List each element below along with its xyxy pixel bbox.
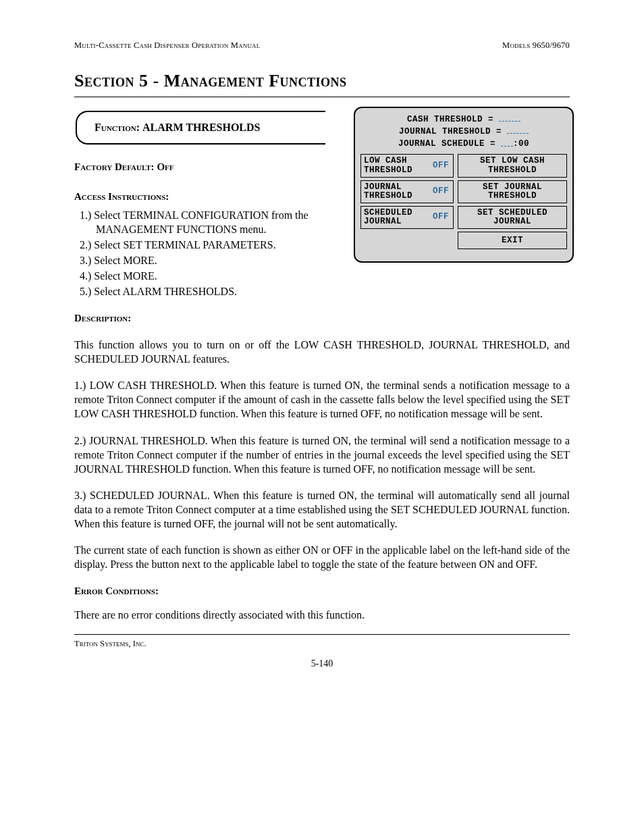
access-step: 2.) Select SET TERMINAL PARAMETERS.	[80, 238, 350, 252]
access-instructions-list: 1.) Select TERMINAL CONFIGURATION from t…	[74, 208, 350, 299]
exit-button[interactable]: EXIT	[458, 232, 567, 249]
screen-header-line-1: CASH THRESHOLD =	[360, 113, 567, 126]
set-low-cash-threshold-button[interactable]: SET LOW CASHTHRESHOLD	[458, 154, 567, 177]
description-paragraph: This function allows you to turn on or o…	[74, 338, 570, 366]
function-box: Function: ALARM THRESHOLDS	[76, 111, 325, 145]
toggle-state: OFF	[433, 161, 450, 170]
low-cash-threshold-toggle[interactable]: LOW CASHTHRESHOLD OFF	[360, 154, 454, 177]
function-label: Function: ALARM THRESHOLDS	[95, 122, 260, 133]
section-title: Section 5 - Management Functions	[74, 71, 570, 91]
set-journal-threshold-button[interactable]: SET JOURNALTHRESHOLD	[458, 180, 567, 203]
screen-header: CASH THRESHOLD = JOURNAL THRESHOLD = JOU…	[360, 113, 567, 150]
spacer	[360, 232, 454, 249]
toggle-state: OFF	[433, 213, 450, 221]
description-label: Description:	[74, 311, 570, 325]
error-label-text: Error Conditions:	[74, 585, 159, 596]
button-label: SET LOW CASHTHRESHOLD	[480, 157, 545, 174]
terminal-screen: CASH THRESHOLD = JOURNAL THRESHOLD = JOU…	[354, 107, 574, 263]
screen-line3-suffix: :00	[513, 140, 529, 149]
button-label: SET SCHEDULEDJOURNAL	[477, 209, 547, 226]
set-scheduled-journal-button[interactable]: SET SCHEDULEDJOURNAL	[458, 206, 567, 229]
running-header: Multi-Cassette Cash Dispenser Operation …	[74, 41, 570, 51]
error-conditions-text: There are no error conditions directly a…	[74, 608, 570, 622]
blank-field	[507, 126, 529, 134]
screen-header-line-3: JOURNAL SCHEDULE = :00	[360, 138, 567, 150]
function-name: ALARM THRESHOLDS	[142, 122, 260, 133]
page-number: 5-140	[74, 658, 570, 669]
error-conditions-label: Error Conditions:	[74, 583, 570, 598]
page: Multi-Cassette Cash Dispenser Operation …	[0, 0, 644, 834]
factory-default-value: Off	[157, 161, 173, 172]
access-step: 4.) Select MORE.	[80, 269, 350, 283]
toggle-state: OFF	[433, 187, 450, 196]
screen-row: LOW CASHTHRESHOLD OFF SET LOW CASHTHRESH…	[360, 154, 567, 177]
blank-field	[501, 138, 513, 146]
access-step: 1.) Select TERMINAL CONFIGURATION from t…	[80, 208, 350, 236]
description-label-text: Description:	[74, 313, 131, 323]
screen-row: JOURNALTHRESHOLD OFF SET JOURNALTHRESHOL…	[360, 180, 567, 203]
access-label-text: Access Instructions:	[74, 191, 169, 202]
screen-line2-text: JOURNAL THRESHOLD =	[399, 127, 502, 136]
toggle-label: SCHEDULEDJOURNAL	[364, 209, 412, 226]
content-wrap: Function: ALARM THRESHOLDS CASH THRESHOL…	[74, 111, 570, 622]
header-right: Models 9650/9670	[502, 41, 570, 51]
screen-line1-text: CASH THRESHOLD =	[407, 115, 493, 124]
screen-header-line-2: JOURNAL THRESHOLD =	[360, 126, 567, 138]
description-paragraph: 3.) SCHEDULED JOURNAL. When this feature…	[74, 488, 570, 531]
button-label: SET JOURNALTHRESHOLD	[483, 183, 542, 201]
screen-row: SCHEDULEDJOURNAL OFF SET SCHEDULEDJOURNA…	[360, 206, 567, 229]
toggle-label: LOW CASHTHRESHOLD	[364, 157, 412, 174]
footer-company: Triton Systems, Inc.	[74, 639, 570, 649]
screen-line3-text: JOURNAL SCHEDULE =	[398, 140, 495, 149]
toggle-label: JOURNALTHRESHOLD	[364, 183, 412, 201]
screen-row-exit: EXIT	[360, 232, 567, 249]
header-left: Multi-Cassette Cash Dispenser Operation …	[74, 41, 261, 51]
description-paragraph: 1.) LOW CASH THRESHOLD. When this featur…	[74, 378, 570, 421]
footer-rule	[74, 634, 570, 635]
button-label: EXIT	[502, 236, 523, 245]
journal-threshold-toggle[interactable]: JOURNALTHRESHOLD OFF	[360, 180, 454, 203]
scheduled-journal-toggle[interactable]: SCHEDULEDJOURNAL OFF	[360, 206, 454, 229]
title-rule	[74, 97, 570, 97]
function-label-prefix: Function:	[95, 122, 142, 133]
access-step: 3.) Select MORE.	[80, 253, 350, 267]
factory-default-label: Factory Default:	[74, 161, 157, 172]
description-paragraph: 2.) JOURNAL THRESHOLD. When this feature…	[74, 434, 570, 476]
description-paragraph: The current state of each function is sh…	[74, 543, 570, 571]
access-step: 5.) Select ALARM THRESHOLDS.	[80, 284, 350, 298]
blank-field	[499, 113, 520, 122]
